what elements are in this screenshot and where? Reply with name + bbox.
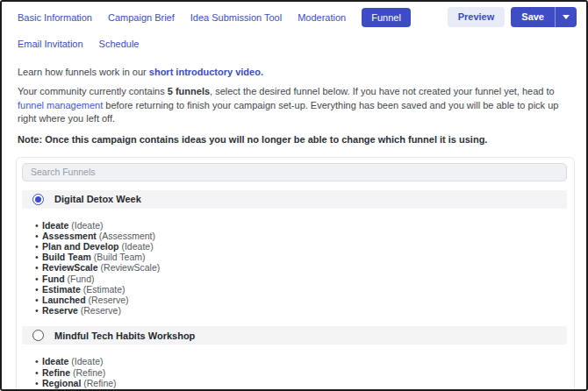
stage-item: Ideate (Ideate): [36, 220, 567, 231]
stage-item: Assessment (Assessment): [36, 231, 567, 241]
funnel-picker-container: Digital Detox WeekIdeate (Ideate)Assessm…: [16, 157, 575, 391]
stage-item: ReviewScale (ReviewScale): [36, 262, 567, 273]
stage-name: Plan and Develop: [42, 241, 119, 252]
stage-status: (ReviewScale): [98, 262, 161, 273]
stage-item: Regional (Refine): [36, 378, 567, 388]
save-button[interactable]: Save: [511, 7, 555, 27]
intro-video-link[interactable]: short introductory video.: [149, 67, 263, 77]
tab-schedule[interactable]: Schedule: [99, 34, 140, 53]
save-menu-button[interactable]: [555, 7, 577, 27]
top-bar: Basic InformationCampaign BriefIdea Subm…: [2, 2, 586, 53]
stage-status: (Fund): [65, 274, 95, 284]
stage-name: Refine: [42, 367, 70, 378]
content-area: Learn how funnels work in our short intr…: [2, 67, 586, 146]
funnel-management-link[interactable]: funnel management: [18, 100, 103, 110]
funnel-section: Mindful Tech Habits WorkshopIdeate (Idea…: [22, 326, 567, 391]
stage-list: Ideate (Ideate)Refine (Refine)Regional (…: [22, 356, 567, 391]
stage-status: (Ideate): [119, 241, 154, 252]
stage-item: Launched (Reserve): [36, 295, 567, 305]
stage-status: (Reserve): [86, 295, 129, 305]
stage-status: (Assessment): [97, 231, 155, 241]
description-paragraph: Your community currently contains 5 funn…: [18, 85, 574, 126]
description-part1: Your community currently contains: [18, 86, 168, 96]
funnel-list: Digital Detox WeekIdeate (Ideate)Assessm…: [22, 190, 567, 391]
stage-name: Reserve: [42, 305, 78, 316]
funnel-name: Mindful Tech Habits Workshop: [54, 331, 195, 341]
tab-basic-information[interactable]: Basic Information: [18, 8, 92, 27]
campaign-setup-page: Basic InformationCampaign BriefIdea Subm…: [0, 0, 588, 391]
tab-email-invitation[interactable]: Email Invitation: [18, 34, 83, 53]
stage-name: Estimate: [42, 284, 81, 295]
stage-item: Estimate (Estimate): [36, 284, 567, 295]
description-part2: , select the desired funnel below. If yo…: [210, 86, 555, 96]
preview-button[interactable]: Preview: [448, 7, 506, 27]
funnel-count: 5 funnels: [168, 86, 210, 96]
stage-name: Ideate: [42, 220, 68, 231]
radio-selected-icon[interactable]: [32, 194, 44, 205]
funnel-option-mindful-tech-habits-workshop[interactable]: Mindful Tech Habits Workshop: [22, 326, 567, 345]
stage-item: Ideate (Ideate): [36, 356, 567, 366]
stage-status: (Refine): [70, 367, 105, 378]
stage-name: Build Team: [42, 252, 91, 262]
stage-name: Ideate: [42, 356, 68, 366]
intro-line: Learn how funnels work in our short intr…: [18, 67, 574, 77]
stage-name: Launched: [42, 295, 86, 305]
tab-idea-submission-tool[interactable]: Idea Submission Tool: [190, 8, 282, 27]
stage-name: Fund: [42, 274, 65, 284]
stage-item: Fund (Fund): [36, 274, 567, 284]
stage-item: Refine (Refine): [36, 367, 567, 378]
funnel-name: Digital Detox Week: [54, 194, 141, 204]
stage-status: (Estimate): [81, 284, 125, 295]
funnel-section: Digital Detox WeekIdeate (Ideate)Assessm…: [22, 190, 567, 316]
tab-funnel[interactable]: Funnel: [362, 8, 411, 27]
stage-status: (Ideate): [68, 220, 103, 231]
stage-list: Ideate (Ideate)Assessment (Assessment)Pl…: [22, 220, 567, 316]
stage-item: Reserve (Reserve): [36, 305, 567, 316]
stage-name: Assessment: [42, 231, 97, 241]
search-funnels-input[interactable]: [22, 163, 567, 181]
intro-text: Learn how funnels work in our: [18, 67, 149, 77]
stage-name: ReviewScale: [42, 262, 98, 273]
radio-unselected-icon[interactable]: [32, 330, 44, 341]
stage-name: Regional: [42, 378, 81, 388]
stage-status: (Reserve): [78, 305, 121, 316]
stage-status: (Build Team): [91, 252, 146, 262]
tab-moderation[interactable]: Moderation: [298, 8, 346, 27]
caret-down-icon: [563, 15, 570, 19]
note-text: Note: Once this campaign contains ideas …: [18, 134, 574, 146]
stage-item: Plan and Develop (Ideate): [36, 241, 567, 252]
stage-status: (Ideate): [68, 356, 103, 366]
tab-campaign-brief[interactable]: Campaign Brief: [108, 8, 175, 27]
action-buttons: Preview Save: [448, 7, 577, 27]
funnel-option-digital-detox-week[interactable]: Digital Detox Week: [22, 190, 567, 209]
stage-item: Build Team (Build Team): [36, 252, 567, 262]
tab-row-2: Email InvitationSchedule: [18, 34, 576, 53]
stage-status: (Refine): [81, 378, 116, 388]
